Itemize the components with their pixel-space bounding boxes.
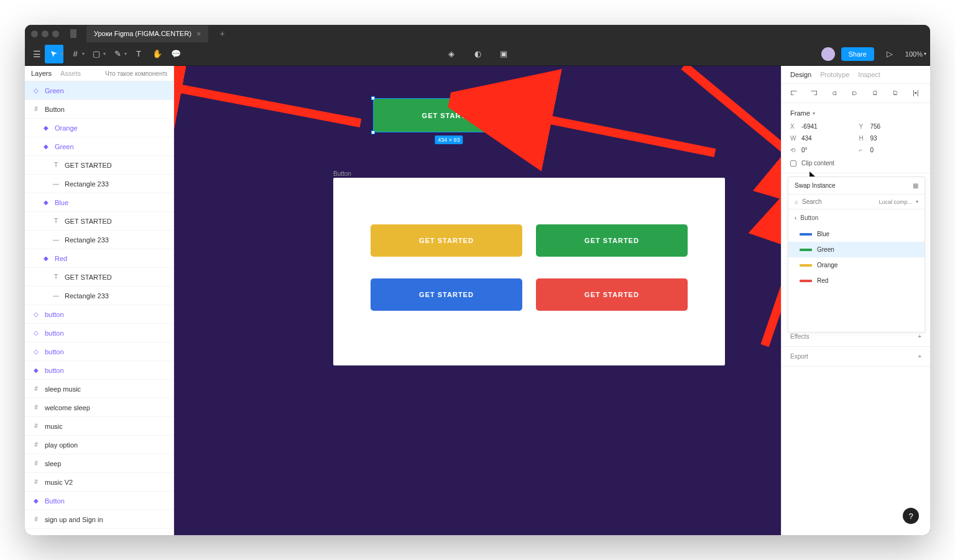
file-tab[interactable]: Уроки Figma (FIGMA.CENTER) × — [86, 25, 208, 42]
x-field[interactable]: X-6941 — [790, 123, 853, 130]
resize-handle[interactable] — [524, 96, 527, 100]
design-tab[interactable]: Design — [790, 71, 811, 78]
layer-icon: ◇ — [32, 87, 40, 94]
hand-tool[interactable]: ✋ — [148, 45, 167, 63]
swap-item-label: Blue — [817, 231, 829, 237]
layer-name: Rectangle 233 — [65, 292, 109, 300]
layer-name: Button — [45, 497, 65, 505]
layer-row[interactable]: ◇Green — [25, 81, 173, 100]
traffic-min[interactable] — [42, 30, 48, 37]
w-field[interactable]: W434 — [790, 135, 853, 142]
assets-tab[interactable]: Assets — [60, 70, 81, 77]
canvas-button-yellow[interactable]: GET STARTED — [371, 224, 522, 257]
layer-row[interactable]: ◆Green — [25, 137, 173, 156]
layer-row[interactable]: #sign up and Sign in — [25, 510, 173, 529]
layer-list[interactable]: ◇Green#Button◆Orange◆GreenTGET STARTED—R… — [25, 81, 173, 535]
prototype-tab[interactable]: Prototype — [820, 71, 849, 78]
menu-icon[interactable]: ☰ — [29, 49, 45, 59]
layer-row[interactable]: #sleep — [25, 454, 173, 473]
layer-row[interactable]: ◆Blue — [25, 193, 173, 212]
layer-row[interactable]: TGET STARTED — [25, 156, 173, 175]
layer-row[interactable]: #Button — [25, 100, 173, 119]
h-field[interactable]: H93 — [859, 135, 922, 142]
swap-item-red[interactable]: Red — [788, 273, 925, 288]
layer-row[interactable]: TGET STARTED — [25, 268, 173, 287]
layer-row[interactable]: ◇button — [25, 342, 173, 361]
avatar[interactable] — [821, 47, 835, 61]
zoom-control[interactable]: 100%▾ — [905, 50, 926, 58]
swap-item-label: Green — [817, 246, 834, 253]
text-tool[interactable]: T — [129, 45, 148, 63]
layer-row[interactable]: ◆Red — [25, 249, 173, 268]
component-icon[interactable]: ◈ — [442, 45, 461, 63]
frame-label[interactable]: Button — [333, 170, 351, 177]
mask-icon[interactable]: ◐ — [468, 45, 487, 63]
traffic-max[interactable] — [52, 30, 59, 37]
help-button[interactable]: ? — [903, 508, 919, 524]
layer-row[interactable]: #play option — [25, 436, 173, 454]
canvas-button-blue[interactable]: GET STARTED — [371, 278, 522, 311]
layer-row[interactable]: —Rectangle 233 — [25, 287, 173, 305]
inspect-tab[interactable]: Inspect — [858, 71, 880, 78]
layer-icon: ◆ — [42, 143, 50, 150]
align-top-icon[interactable]: ⫐ — [851, 89, 860, 98]
swap-search-input[interactable] — [802, 198, 875, 205]
layer-row[interactable]: ◆Orange — [25, 119, 173, 137]
chevron-down-icon[interactable]: ▾ — [103, 51, 106, 57]
layer-row[interactable]: —Rectangle 233 — [25, 175, 173, 193]
boolean-icon[interactable]: ▣ — [494, 45, 513, 63]
resize-handle[interactable] — [371, 96, 375, 100]
comment-tool[interactable]: 💬 — [167, 45, 185, 63]
swap-item-blue[interactable]: Blue — [788, 226, 925, 242]
layer-row[interactable]: #music V2 — [25, 473, 173, 492]
canvas-button-red[interactable]: GET STARTED — [536, 278, 688, 311]
distribute-icon[interactable]: |•| — [913, 89, 921, 98]
swap-item-label: Red — [817, 277, 828, 284]
layer-row[interactable]: #sign up — [25, 529, 173, 535]
layer-row[interactable]: #sleep music — [25, 380, 173, 398]
plus-icon[interactable]: + — [918, 353, 921, 360]
swap-item-green[interactable]: Green — [788, 242, 925, 257]
export-section[interactable]: Export+ — [782, 347, 930, 367]
layer-row[interactable]: —Rectangle 233 — [25, 231, 173, 249]
layers-tab[interactable]: Layers — [31, 70, 52, 77]
resize-handle[interactable] — [524, 131, 527, 134]
layer-row[interactable]: ◇button — [25, 324, 173, 342]
layer-row[interactable]: TGET STARTED — [25, 212, 173, 231]
canvas-button-green[interactable]: GET STARTED — [536, 224, 688, 257]
figma-logo-icon[interactable] — [69, 29, 78, 38]
layer-row[interactable]: ◆button — [25, 361, 173, 380]
close-tab-icon[interactable]: × — [196, 29, 201, 39]
plus-icon[interactable]: + — [918, 333, 921, 340]
swap-scope[interactable]: Local comp... — [879, 199, 912, 205]
chevron-down-icon[interactable]: ▾ — [82, 51, 85, 57]
chevron-down-icon[interactable]: ▾ — [124, 51, 127, 57]
rotation-field[interactable]: ⟲0° — [790, 147, 853, 154]
layer-row[interactable]: #welcome sleep — [25, 398, 173, 417]
share-button[interactable]: Share — [841, 47, 874, 61]
canvas[interactable]: GET STARTED 434 × 93 Button GET STARTEDG… — [174, 66, 781, 535]
layer-row[interactable]: ◇button — [25, 305, 173, 324]
align-left-icon[interactable]: ⫍ — [790, 89, 799, 98]
resize-handle[interactable] — [371, 131, 375, 134]
align-right-icon[interactable]: ⫏ — [831, 89, 840, 98]
selected-instance[interactable]: GET STARTED — [373, 98, 525, 132]
layer-row[interactable]: #music — [25, 417, 173, 436]
align-vcenter-icon[interactable]: ⫑ — [872, 89, 880, 98]
traffic-close[interactable] — [31, 30, 38, 37]
y-field[interactable]: Y756 — [859, 123, 922, 130]
new-tab-button[interactable]: + — [216, 29, 228, 39]
swap-item-orange[interactable]: Orange — [788, 257, 925, 273]
button-frame[interactable]: GET STARTEDGET STARTEDGET STARTEDGET STA… — [333, 178, 725, 365]
layer-row[interactable]: ◆Button — [25, 492, 173, 510]
present-icon[interactable]: ▷ — [880, 45, 899, 63]
radius-field[interactable]: ⌐0 — [859, 147, 922, 154]
chevron-down-icon[interactable]: ▾ — [61, 51, 63, 57]
layer-icon: ◇ — [32, 348, 40, 355]
grid-view-icon[interactable]: ▦ — [913, 182, 918, 189]
align-hcenter-icon[interactable]: ⫎ — [811, 89, 819, 98]
align-bottom-icon[interactable]: ⫒ — [892, 89, 901, 98]
page-selector[interactable]: Что такое компоненты, как с... ▾ — [105, 70, 167, 77]
clip-content-checkbox[interactable]: Clip content — [790, 160, 921, 167]
swap-back-button[interactable]: ‹ Button — [788, 209, 925, 226]
